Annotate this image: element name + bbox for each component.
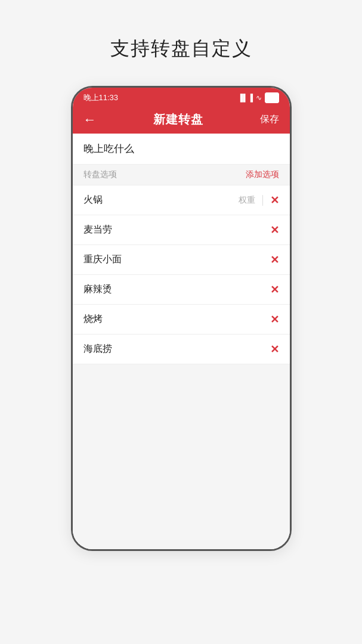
options-list: 火锅权重✕麦当劳✕重庆小面✕麻辣烫✕烧烤✕海底捞✕ bbox=[73, 185, 290, 364]
wheel-title-input[interactable]: 晚上吃什么 bbox=[83, 143, 134, 154]
delete-button[interactable]: ✕ bbox=[270, 255, 279, 265]
add-option-button[interactable]: 添加选项 bbox=[246, 169, 279, 180]
app-bar: ← 新建转盘 保存 bbox=[73, 106, 290, 134]
status-bar: 晚上11:33 ▐▌▐ ∿ 89 bbox=[73, 88, 290, 106]
item-name: 麦当劳 bbox=[83, 224, 270, 236]
status-icons: ▐▌▐ ∿ 89 bbox=[238, 92, 279, 103]
list-item: 海底捞✕ bbox=[73, 335, 290, 364]
item-name: 火锅 bbox=[83, 194, 239, 206]
battery-indicator: 89 bbox=[265, 92, 279, 103]
item-name: 麻辣烫 bbox=[83, 283, 270, 296]
item-name: 烧烤 bbox=[83, 313, 270, 326]
title-input-row[interactable]: 晚上吃什么 bbox=[73, 134, 290, 165]
delete-button[interactable]: ✕ bbox=[270, 344, 279, 355]
list-item: 火锅权重✕ bbox=[73, 185, 290, 215]
item-right: ✕ bbox=[270, 255, 279, 265]
save-button[interactable]: 保存 bbox=[260, 113, 279, 126]
delete-button[interactable]: ✕ bbox=[270, 284, 279, 295]
item-name: 重庆小面 bbox=[83, 253, 270, 266]
app-bar-title: 新建转盘 bbox=[153, 112, 203, 128]
item-right: ✕ bbox=[270, 225, 279, 236]
delete-button[interactable]: ✕ bbox=[270, 225, 279, 236]
item-weight[interactable]: 权重 bbox=[239, 195, 263, 206]
section-label: 转盘选项 bbox=[83, 169, 117, 180]
signal-icon: ▐▌▐ bbox=[238, 94, 253, 102]
page-title: 支持转盘自定义 bbox=[110, 36, 252, 62]
list-item: 重庆小面✕ bbox=[73, 245, 290, 275]
section-header: 转盘选项 添加选项 bbox=[73, 165, 290, 185]
wifi-icon: ∿ bbox=[256, 94, 262, 102]
list-item: 麦当劳✕ bbox=[73, 215, 290, 245]
item-right: 权重✕ bbox=[239, 195, 279, 206]
item-name: 海底捞 bbox=[83, 343, 270, 355]
content-area: 晚上吃什么 转盘选项 添加选项 火锅权重✕麦当劳✕重庆小面✕麻辣烫✕烧烤✕海底捞… bbox=[73, 134, 290, 549]
back-button[interactable]: ← bbox=[83, 112, 97, 128]
list-item: 麻辣烫✕ bbox=[73, 275, 290, 305]
item-right: ✕ bbox=[270, 314, 279, 325]
item-right: ✕ bbox=[270, 344, 279, 355]
list-item: 烧烤✕ bbox=[73, 305, 290, 335]
delete-button[interactable]: ✕ bbox=[270, 195, 279, 206]
phone-frame: 晚上11:33 ▐▌▐ ∿ 89 ← 新建转盘 保存 晚上吃什么 转盘选项 添加… bbox=[71, 86, 292, 551]
item-right: ✕ bbox=[270, 284, 279, 295]
empty-area bbox=[73, 364, 290, 549]
status-time: 晚上11:33 bbox=[83, 92, 119, 103]
delete-button[interactable]: ✕ bbox=[270, 314, 279, 325]
